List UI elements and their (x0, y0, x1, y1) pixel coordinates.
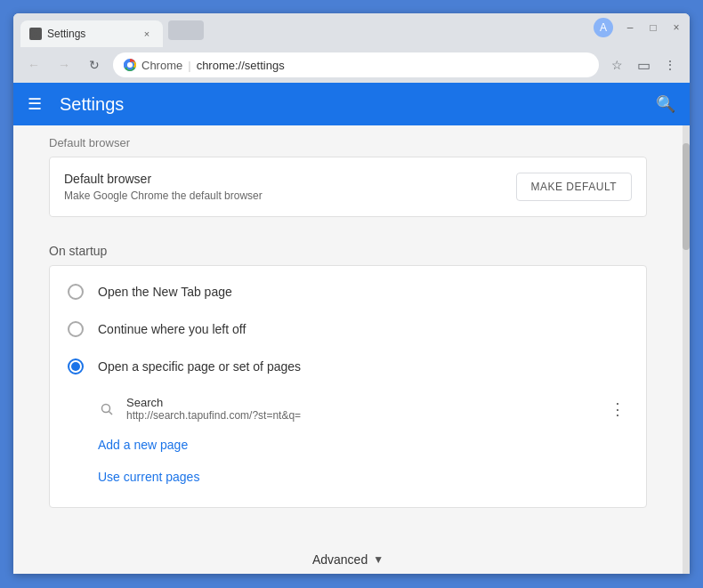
back-button[interactable]: ← (22, 53, 45, 77)
window-controls: A – □ × (594, 18, 683, 43)
default-browser-title: Default browser (64, 172, 263, 186)
radio-circle-specific (68, 358, 84, 375)
radio-label-new-tab: Open the New Tab page (98, 285, 232, 299)
default-browser-card: Default browser Make Google Chrome the d… (49, 157, 647, 217)
radio-label-continue: Continue where you left off (98, 322, 246, 336)
advanced-label: Advanced (312, 552, 368, 567)
startup-page-item: Search http://search.tapufind.com/?st=nt… (98, 389, 628, 429)
radio-label-specific: Open a specific page or set of pages (98, 359, 301, 374)
forward-button[interactable]: → (53, 53, 76, 77)
radio-inner-specific (71, 362, 80, 371)
profile-icon[interactable]: A (594, 18, 613, 37)
page-menu-button[interactable]: ⋮ (607, 399, 628, 420)
radio-circle-new-tab (68, 284, 84, 300)
radio-option-continue[interactable]: Continue where you left off (50, 310, 646, 348)
make-default-button[interactable]: MAKE DEFAULT (516, 173, 632, 201)
svg-point-4 (128, 63, 133, 68)
address-actions: ☆ ▭ ⋮ (606, 54, 681, 76)
page-url: http://search.tapufind.com/?st=nt&q= (126, 409, 596, 422)
content-area: Default browser Default browser Make Goo… (13, 125, 683, 574)
advanced-arrow-icon: ▼ (373, 553, 384, 566)
page-search-icon (98, 400, 116, 418)
page-title: Search (126, 396, 596, 409)
startup-pages: Search http://search.tapufind.com/?st=nt… (50, 385, 646, 500)
settings-search-icon[interactable]: 🔍 (656, 94, 675, 114)
profile-initial: A (600, 21, 607, 34)
tab-settings-icon (29, 28, 42, 40)
chrome-icon (124, 59, 136, 71)
chrome-menu-icon[interactable]: ⋮ (659, 54, 681, 76)
settings-page-title: Settings (60, 94, 656, 115)
scrollbar[interactable] (683, 125, 690, 574)
add-new-page-link[interactable]: Add a new page (98, 429, 628, 461)
main-content: Default browser Default browser Make Goo… (13, 125, 690, 574)
settings-header: ☰ Settings 🔍 (13, 83, 690, 125)
radio-circle-continue (68, 321, 84, 337)
url-bar[interactable]: Chrome | chrome://settings (113, 52, 599, 77)
default-browser-section-label: Default browser (49, 125, 647, 157)
radio-option-new-tab[interactable]: Open the New Tab page (50, 273, 646, 310)
use-current-pages-link[interactable]: Use current pages (98, 461, 628, 493)
default-browser-subtitle: Make Google Chrome the default browser (64, 189, 263, 202)
advanced-section[interactable]: Advanced ▼ (49, 535, 647, 574)
close-button[interactable]: × (670, 21, 683, 34)
on-startup-section-label: On startup (49, 235, 647, 265)
startup-card: Open the New Tab page Continue where you… (49, 265, 647, 508)
svg-point-5 (102, 404, 110, 412)
tab-close-button[interactable]: × (140, 27, 154, 41)
hamburger-menu-icon[interactable]: ☰ (28, 94, 42, 114)
svg-point-1 (34, 32, 37, 36)
sidebar-icon[interactable]: ▭ (633, 54, 654, 76)
url-text: chrome://settings (197, 59, 285, 72)
url-prefix: Chrome (141, 59, 182, 72)
radio-option-specific[interactable]: Open a specific page or set of pages (50, 348, 646, 385)
reload-button[interactable]: ↻ (83, 53, 106, 77)
default-browser-text: Default browser Make Google Chrome the d… (64, 172, 263, 202)
url-separator: | (188, 59, 190, 72)
tab-title: Settings (47, 28, 134, 40)
address-bar: ← → ↻ Chrome | chrome://settings ☆ ▭ ⋮ (13, 47, 690, 83)
scrollbar-thumb[interactable] (683, 143, 690, 250)
maximize-button[interactable]: □ (647, 21, 659, 34)
bookmark-star-icon[interactable]: ☆ (606, 54, 627, 76)
minimize-button[interactable]: – (624, 21, 636, 34)
svg-line-6 (109, 411, 113, 415)
browser-tab[interactable]: Settings × (20, 20, 163, 47)
new-tab-area (168, 20, 204, 40)
page-info: Search http://search.tapufind.com/?st=nt… (126, 396, 596, 422)
